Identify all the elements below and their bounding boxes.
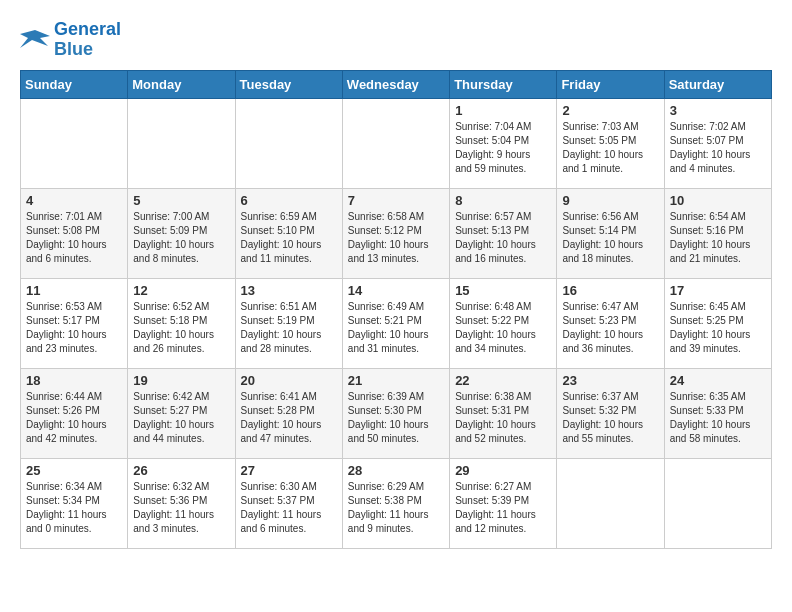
day-info: Sunrise: 6:51 AMSunset: 5:19 PMDaylight:… (241, 300, 337, 356)
calendar-cell: 23Sunrise: 6:37 AMSunset: 5:32 PMDayligh… (557, 368, 664, 458)
day-header-thursday: Thursday (450, 70, 557, 98)
day-info: Sunrise: 6:39 AMSunset: 5:30 PMDaylight:… (348, 390, 444, 446)
day-number: 21 (348, 373, 444, 388)
calendar-cell: 8Sunrise: 6:57 AMSunset: 5:13 PMDaylight… (450, 188, 557, 278)
day-info: Sunrise: 6:41 AMSunset: 5:28 PMDaylight:… (241, 390, 337, 446)
calendar-cell: 13Sunrise: 6:51 AMSunset: 5:19 PMDayligh… (235, 278, 342, 368)
day-info: Sunrise: 6:56 AMSunset: 5:14 PMDaylight:… (562, 210, 658, 266)
logo-text: General Blue (54, 20, 121, 60)
day-info: Sunrise: 6:27 AMSunset: 5:39 PMDaylight:… (455, 480, 551, 536)
day-number: 28 (348, 463, 444, 478)
day-info: Sunrise: 6:44 AMSunset: 5:26 PMDaylight:… (26, 390, 122, 446)
calendar-cell: 28Sunrise: 6:29 AMSunset: 5:38 PMDayligh… (342, 458, 449, 548)
day-number: 8 (455, 193, 551, 208)
day-number: 1 (455, 103, 551, 118)
day-info: Sunrise: 7:03 AMSunset: 5:05 PMDaylight:… (562, 120, 658, 176)
calendar-table: SundayMondayTuesdayWednesdayThursdayFrid… (20, 70, 772, 549)
day-number: 19 (133, 373, 229, 388)
day-number: 24 (670, 373, 766, 388)
day-number: 20 (241, 373, 337, 388)
day-info: Sunrise: 6:47 AMSunset: 5:23 PMDaylight:… (562, 300, 658, 356)
calendar-cell: 29Sunrise: 6:27 AMSunset: 5:39 PMDayligh… (450, 458, 557, 548)
day-number: 6 (241, 193, 337, 208)
calendar-cell: 4Sunrise: 7:01 AMSunset: 5:08 PMDaylight… (21, 188, 128, 278)
day-number: 2 (562, 103, 658, 118)
day-number: 16 (562, 283, 658, 298)
day-number: 9 (562, 193, 658, 208)
day-number: 3 (670, 103, 766, 118)
day-info: Sunrise: 6:54 AMSunset: 5:16 PMDaylight:… (670, 210, 766, 266)
calendar-week-2: 4Sunrise: 7:01 AMSunset: 5:08 PMDaylight… (21, 188, 772, 278)
day-number: 13 (241, 283, 337, 298)
calendar-cell: 27Sunrise: 6:30 AMSunset: 5:37 PMDayligh… (235, 458, 342, 548)
day-info: Sunrise: 7:00 AMSunset: 5:09 PMDaylight:… (133, 210, 229, 266)
calendar-cell: 3Sunrise: 7:02 AMSunset: 5:07 PMDaylight… (664, 98, 771, 188)
calendar-cell (557, 458, 664, 548)
day-header-saturday: Saturday (664, 70, 771, 98)
day-number: 10 (670, 193, 766, 208)
day-info: Sunrise: 6:45 AMSunset: 5:25 PMDaylight:… (670, 300, 766, 356)
calendar-cell: 5Sunrise: 7:00 AMSunset: 5:09 PMDaylight… (128, 188, 235, 278)
day-header-monday: Monday (128, 70, 235, 98)
day-header-wednesday: Wednesday (342, 70, 449, 98)
calendar-cell: 9Sunrise: 6:56 AMSunset: 5:14 PMDaylight… (557, 188, 664, 278)
day-header-friday: Friday (557, 70, 664, 98)
day-info: Sunrise: 6:34 AMSunset: 5:34 PMDaylight:… (26, 480, 122, 536)
calendar-cell: 21Sunrise: 6:39 AMSunset: 5:30 PMDayligh… (342, 368, 449, 458)
day-number: 18 (26, 373, 122, 388)
calendar-cell: 22Sunrise: 6:38 AMSunset: 5:31 PMDayligh… (450, 368, 557, 458)
day-info: Sunrise: 6:53 AMSunset: 5:17 PMDaylight:… (26, 300, 122, 356)
calendar-cell (21, 98, 128, 188)
calendar-cell: 15Sunrise: 6:48 AMSunset: 5:22 PMDayligh… (450, 278, 557, 368)
header: General Blue (20, 20, 772, 60)
day-number: 27 (241, 463, 337, 478)
day-info: Sunrise: 6:58 AMSunset: 5:12 PMDaylight:… (348, 210, 444, 266)
day-info: Sunrise: 7:04 AMSunset: 5:04 PMDaylight:… (455, 120, 551, 176)
day-info: Sunrise: 7:02 AMSunset: 5:07 PMDaylight:… (670, 120, 766, 176)
day-info: Sunrise: 6:57 AMSunset: 5:13 PMDaylight:… (455, 210, 551, 266)
day-info: Sunrise: 6:35 AMSunset: 5:33 PMDaylight:… (670, 390, 766, 446)
calendar-cell: 10Sunrise: 6:54 AMSunset: 5:16 PMDayligh… (664, 188, 771, 278)
day-info: Sunrise: 6:52 AMSunset: 5:18 PMDaylight:… (133, 300, 229, 356)
day-number: 22 (455, 373, 551, 388)
calendar-cell: 7Sunrise: 6:58 AMSunset: 5:12 PMDaylight… (342, 188, 449, 278)
day-info: Sunrise: 6:48 AMSunset: 5:22 PMDaylight:… (455, 300, 551, 356)
calendar-header: SundayMondayTuesdayWednesdayThursdayFrid… (21, 70, 772, 98)
day-info: Sunrise: 7:01 AMSunset: 5:08 PMDaylight:… (26, 210, 122, 266)
day-header-tuesday: Tuesday (235, 70, 342, 98)
day-number: 17 (670, 283, 766, 298)
calendar-cell: 25Sunrise: 6:34 AMSunset: 5:34 PMDayligh… (21, 458, 128, 548)
day-number: 4 (26, 193, 122, 208)
day-number: 15 (455, 283, 551, 298)
day-number: 14 (348, 283, 444, 298)
calendar-cell (342, 98, 449, 188)
day-header-sunday: Sunday (21, 70, 128, 98)
day-number: 26 (133, 463, 229, 478)
day-number: 25 (26, 463, 122, 478)
day-number: 5 (133, 193, 229, 208)
calendar-cell: 6Sunrise: 6:59 AMSunset: 5:10 PMDaylight… (235, 188, 342, 278)
calendar-cell: 19Sunrise: 6:42 AMSunset: 5:27 PMDayligh… (128, 368, 235, 458)
calendar-cell: 17Sunrise: 6:45 AMSunset: 5:25 PMDayligh… (664, 278, 771, 368)
day-number: 11 (26, 283, 122, 298)
calendar-cell: 1Sunrise: 7:04 AMSunset: 5:04 PMDaylight… (450, 98, 557, 188)
day-number: 12 (133, 283, 229, 298)
day-info: Sunrise: 6:42 AMSunset: 5:27 PMDaylight:… (133, 390, 229, 446)
calendar-cell: 24Sunrise: 6:35 AMSunset: 5:33 PMDayligh… (664, 368, 771, 458)
calendar-cell: 20Sunrise: 6:41 AMSunset: 5:28 PMDayligh… (235, 368, 342, 458)
logo-icon (20, 28, 50, 52)
calendar-cell: 12Sunrise: 6:52 AMSunset: 5:18 PMDayligh… (128, 278, 235, 368)
calendar-cell (128, 98, 235, 188)
calendar-week-3: 11Sunrise: 6:53 AMSunset: 5:17 PMDayligh… (21, 278, 772, 368)
svg-marker-0 (20, 30, 50, 48)
calendar-cell (664, 458, 771, 548)
day-info: Sunrise: 6:30 AMSunset: 5:37 PMDaylight:… (241, 480, 337, 536)
day-info: Sunrise: 6:32 AMSunset: 5:36 PMDaylight:… (133, 480, 229, 536)
day-number: 7 (348, 193, 444, 208)
calendar-cell: 14Sunrise: 6:49 AMSunset: 5:21 PMDayligh… (342, 278, 449, 368)
calendar-cell: 2Sunrise: 7:03 AMSunset: 5:05 PMDaylight… (557, 98, 664, 188)
calendar-cell: 16Sunrise: 6:47 AMSunset: 5:23 PMDayligh… (557, 278, 664, 368)
calendar-week-5: 25Sunrise: 6:34 AMSunset: 5:34 PMDayligh… (21, 458, 772, 548)
day-number: 29 (455, 463, 551, 478)
logo: General Blue (20, 20, 121, 60)
